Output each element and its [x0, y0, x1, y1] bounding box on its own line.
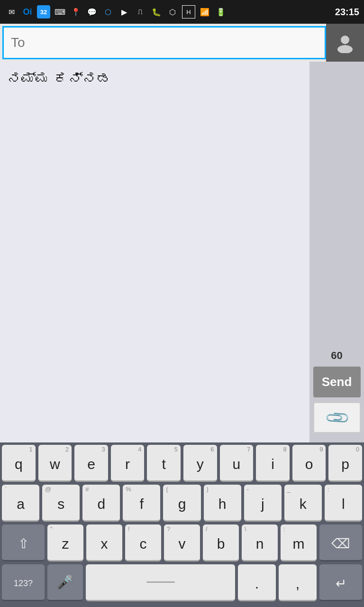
key-w[interactable]: 2 w [38, 445, 72, 482]
key-k[interactable]: _ k [284, 485, 322, 522]
signal-bars-icon: 📶 [198, 5, 211, 18]
key-r[interactable]: 4 r [111, 445, 145, 482]
key-o[interactable]: 9 o [292, 445, 326, 482]
status-icons-right: 23:15 [335, 7, 359, 18]
badge-icon: 32 [37, 5, 50, 18]
keyboard-icon: ⌨ [53, 5, 66, 18]
space-key[interactable] [86, 564, 235, 601]
key-e[interactable]: 3 e [74, 445, 108, 482]
key-f[interactable]: % f [123, 485, 160, 522]
to-input[interactable] [11, 35, 318, 50]
key-a[interactable]: ` a [2, 485, 39, 522]
key-s[interactable]: @ s [42, 485, 80, 522]
signal-h-icon: H [182, 5, 195, 18]
attach-button[interactable]: 📎 [313, 402, 361, 433]
comma-key[interactable]: , [279, 564, 317, 601]
status-icons-left: ✉ Oi 32 ⌨ 📍 💬 ⬡ ▶ ⎍ 🐛 ⬡ H 📶 🔋 [5, 5, 228, 18]
message-right-panel: 60 Send 📎 [309, 62, 364, 442]
key-x[interactable]: x [86, 524, 122, 561]
status-bar: ✉ Oi 32 ⌨ 📍 💬 ⬡ ▶ ⎍ 🐛 ⬡ H 📶 🔋 23:15 [0, 0, 364, 24]
key-j[interactable]: - j [244, 485, 282, 522]
key-q[interactable]: 1 q [2, 445, 36, 482]
keyboard-row-2: ` a @ s # d % f ( g ) h - j _ k [2, 485, 362, 522]
email-icon: ✉ [5, 5, 18, 18]
recipient-bar [0, 24, 364, 62]
location-icon: 📍 [69, 5, 82, 18]
key-h[interactable]: ) h [204, 485, 241, 522]
keyboard-row-3: ⇧ " z x ! c ? v / b \ n : m ⌫ [2, 524, 362, 561]
message-content: ನಮ್ಮ ಕನ್ನಡ [7, 69, 302, 89]
key-p[interactable]: 0 p [328, 445, 362, 482]
outlook-icon: Oi [21, 5, 34, 18]
contact-picker-button[interactable] [326, 24, 364, 62]
send-button[interactable]: Send [313, 367, 361, 397]
key-b[interactable]: / b [203, 524, 239, 561]
usb-storage-icon: ⬡ [101, 5, 115, 18]
num-key[interactable]: 123? [2, 564, 45, 601]
period-key[interactable]: . [238, 564, 276, 601]
backspace-key[interactable]: ⌫ [319, 524, 362, 561]
key-m[interactable]: : m [281, 524, 317, 561]
key-i[interactable]: 8 i [256, 445, 290, 482]
bug-icon: 🐛 [150, 5, 163, 18]
keyboard-row-1: 1 q 2 w 3 e 4 r 5 t 6 y 7 u 8 i [2, 445, 362, 482]
battery-icon: 🔋 [214, 5, 228, 18]
key-v[interactable]: ? v [164, 524, 200, 561]
key-d[interactable]: # d [82, 485, 120, 522]
key-z[interactable]: " z [47, 524, 83, 561]
key-c[interactable]: ! c [125, 524, 161, 561]
paperclip-icon: 📎 [323, 404, 351, 432]
enter-key[interactable]: ↵ [319, 564, 362, 601]
message-text-area[interactable]: ನಮ್ಮ ಕನ್ನಡ [0, 62, 309, 442]
svg-point-1 [337, 45, 353, 53]
mic-key[interactable]: 🎤 [47, 564, 83, 601]
key-u[interactable]: 7 u [220, 445, 254, 482]
key-n[interactable]: \ n [242, 524, 278, 561]
key-l[interactable]: : l [325, 485, 362, 522]
key-y[interactable]: 6 y [183, 445, 217, 482]
contact-icon [335, 32, 355, 53]
mic-icon: 🎤 [57, 574, 73, 590]
key-g[interactable]: ( g [163, 485, 200, 522]
speech-icon: 💬 [85, 5, 99, 18]
char-count: 60 [331, 349, 342, 362]
status-time: 23:15 [335, 7, 359, 18]
shift-key[interactable]: ⇧ [2, 524, 45, 561]
message-area: ನಮ್ಮ ಕನ್ನಡ 60 Send 📎 [0, 62, 364, 442]
usb-icon: ⎍ [134, 5, 147, 18]
spacebar-indicator [146, 581, 175, 583]
keyboard: 1 q 2 w 3 e 4 r 5 t 6 y 7 u 8 i [0, 442, 364, 607]
svg-point-0 [341, 36, 349, 44]
to-input-container[interactable] [2, 26, 326, 59]
play-icon: ▶ [118, 5, 131, 18]
key-t[interactable]: 5 t [147, 445, 181, 482]
keyboard-row-4: 123? 🎤 . , ↵ [2, 564, 362, 601]
bluetooth-icon: ⬡ [166, 5, 179, 18]
